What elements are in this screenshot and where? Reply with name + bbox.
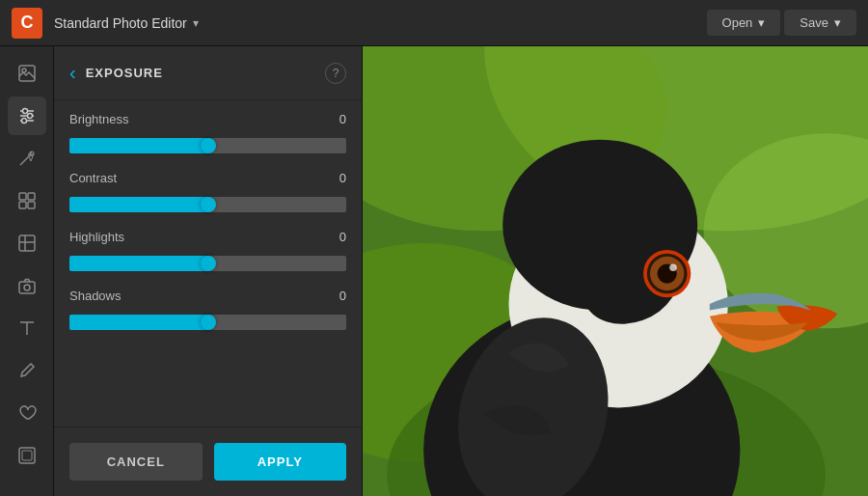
svg-rect-11 [28,193,35,200]
brightness-value: 0 [339,112,346,126]
contrast-value: 0 [339,171,346,185]
svg-rect-13 [28,202,35,208]
svg-point-36 [669,263,677,271]
cancel-button[interactable]: CANCEL [69,443,203,481]
svg-rect-10 [19,193,26,200]
contrast-label: Contrast [69,171,117,185]
svg-rect-22 [22,451,32,460]
app-logo: C [12,8,42,39]
adjust-tool-button[interactable] [8,96,46,135]
puffin-image [363,46,868,496]
svg-line-8 [20,156,29,165]
svg-rect-17 [19,282,35,293]
svg-point-7 [21,119,26,124]
image-tool-button[interactable] [8,54,46,93]
brightness-slider-row: Brightness 0 [69,112,346,152]
frame-tool-button[interactable] [8,436,46,475]
shadows-value: 0 [339,289,346,303]
svg-point-18 [24,285,30,290]
shadows-slider[interactable] [69,320,346,324]
brightness-label: Brightness [69,112,128,126]
layout-tool-button[interactable] [8,224,46,262]
save-button[interactable]: Save ▾ [784,10,856,36]
panel-title: EXPOSURE [86,66,315,80]
brush-tool-button[interactable] [8,351,46,390]
camera-tool-button[interactable] [8,266,46,305]
text-tool-button[interactable] [8,309,46,347]
app-title: Standard Photo Editor [54,15,187,31]
open-button[interactable]: Open ▾ [707,10,781,36]
brightness-slider[interactable] [69,144,346,148]
main-area: ‹ EXPOSURE ? Brightness 0 Contrast 0 [0,46,868,496]
heart-tool-button[interactable] [8,394,46,432]
grid-tool-button[interactable] [8,181,46,220]
panel-header: ‹ EXPOSURE ? [54,46,362,100]
topbar: C Standard Photo Editor ▾ Open ▾ Save ▾ [0,0,868,46]
photo-area [363,46,868,496]
contrast-slider[interactable] [69,203,346,207]
title-chevron[interactable]: ▾ [193,16,199,30]
topbar-actions: Open ▾ Save ▾ [707,10,856,36]
highlights-slider-row: Highlights 0 [69,230,346,269]
highlights-slider[interactable] [69,262,346,265]
panel-footer: CANCEL APPLY [54,427,362,496]
svg-point-6 [27,114,32,119]
shadows-slider-row: Shadows 0 [69,289,346,328]
highlights-label: Highlights [69,230,124,244]
wand-tool-button[interactable] [8,139,46,178]
svg-rect-14 [19,235,35,251]
shadows-label: Shadows [69,289,121,303]
topbar-title-area: Standard Photo Editor ▾ [54,15,707,31]
svg-rect-21 [19,448,35,463]
highlights-value: 0 [339,230,346,244]
svg-point-5 [22,109,27,114]
apply-button[interactable]: APPLY [214,443,347,481]
icon-sidebar [0,46,54,496]
contrast-slider-row: Contrast 0 [69,171,346,210]
help-button[interactable]: ? [325,63,346,84]
back-button[interactable]: ‹ [69,62,76,84]
svg-rect-12 [19,202,26,208]
sliders-area: Brightness 0 Contrast 0 Highlights 0 [54,100,362,427]
exposure-panel: ‹ EXPOSURE ? Brightness 0 Contrast 0 [54,46,363,496]
